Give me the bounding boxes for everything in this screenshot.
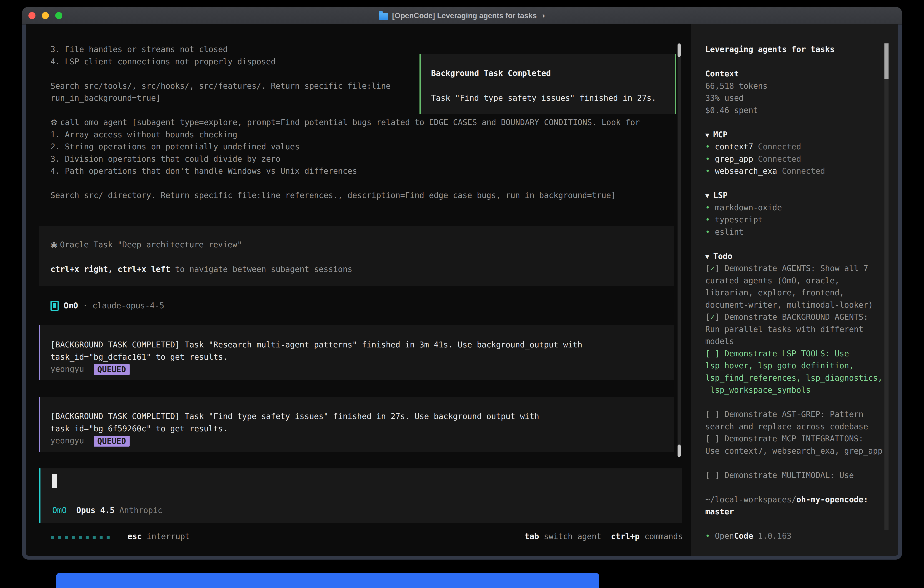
- sidebar-line: [✓] Demonstrate BACKGROUND AGENTS:: [705, 311, 884, 323]
- text-segment: Open: [715, 531, 734, 540]
- sidebar-line: [ ] Demonstrate MULTIMODAL: Use: [705, 469, 884, 482]
- text-segment: eslint: [715, 227, 744, 236]
- text-segment: markdown-oxide: [715, 203, 782, 212]
- window-title-text: [OpenCode] Leveraging agents for tasks: [392, 12, 536, 20]
- text-segment: 1.0.163: [753, 531, 792, 540]
- status-right: tab switch agent ctrl+p commands: [525, 530, 683, 543]
- text-segment: ]: [715, 264, 724, 273]
- sidebar-line: Use context7, websearch_exa, grep_app: [705, 445, 884, 457]
- status-bar: ▪▪▪▪▪▪▪▪▪ esc interrupt tab switch agent…: [51, 530, 683, 543]
- sidebar-line: [705, 481, 884, 494]
- text-segment: ✓: [710, 264, 715, 273]
- message-line: [BACKGROUND TASK COMPLETED] Task "Find t…: [51, 410, 674, 423]
- sidebar-line: 33% used: [705, 92, 884, 104]
- sidebar-line: • eslint: [705, 226, 884, 238]
- terminal-main-pane[interactable]: 3. File handles or streams not closed4. …: [26, 24, 691, 556]
- text-segment: [ ] Demonstrate MULTIMODAL: Use: [705, 471, 854, 480]
- text-segment: •: [705, 227, 715, 236]
- text-segment: Use context7, websearch_exa, grep_app: [705, 446, 883, 456]
- text-segment: Connected: [753, 154, 801, 164]
- sidebar-scrollbar[interactable]: [884, 43, 889, 530]
- text-segment: [ ] Demonstrate AST-GREP: Pattern: [705, 410, 863, 419]
- text-segment: context7: [715, 142, 753, 151]
- text-segment: document-writer, multimodal-looker): [705, 301, 873, 309]
- text-segment: •: [705, 167, 715, 175]
- sidebar-line: [✓] Demonstrate AGENTS: Show all 7: [705, 263, 884, 275]
- toast-title: Background Task Completed: [431, 67, 675, 79]
- sidebar-line: • typescript: [705, 214, 884, 226]
- message-line: yeongyu QUEUED: [51, 435, 674, 447]
- text-segment: [: [705, 264, 710, 273]
- text-segment: ▼: [705, 192, 713, 200]
- omo-agent-icon: [51, 301, 59, 311]
- text-segment: curated agents (OmO, oracle,: [705, 276, 840, 285]
- sidebar-line: ▼ LSP: [705, 189, 884, 202]
- terminal-line: [51, 177, 677, 190]
- text-segment: esc: [127, 532, 142, 541]
- session-busy-icon: ◑: [541, 12, 545, 20]
- sidebar-line: • markdown-oxide: [705, 202, 884, 214]
- text-segment: [67, 506, 76, 515]
- model-indicator: OmO Opus 4.5 Anthropic: [52, 504, 163, 517]
- text-segment: Anthropic: [119, 506, 163, 515]
- text-segment: •: [705, 154, 715, 164]
- terminal-line: ⚙ call_omo_agent [subagent_type=explore,…: [51, 116, 677, 129]
- text-segment: [ ] Demonstrate LSP TOOLS: Use: [705, 349, 849, 358]
- agent-name: OmO: [64, 300, 78, 312]
- sidebar-line: document-writer, multimodal-looker): [705, 299, 884, 311]
- text-segment: Demonstrate AGENTS: Show all 7: [724, 264, 868, 273]
- sidebar-line: [ ] Demonstrate AST-GREP: Pattern: [705, 408, 884, 421]
- text-segment: interrupt: [142, 532, 190, 541]
- desktop: [OpenCode] Leveraging agents for tasks ◑…: [0, 0, 924, 588]
- sidebar-line: master: [705, 506, 884, 518]
- text-segment: ▼: [705, 131, 713, 139]
- main-scrollbar[interactable]: [678, 43, 681, 457]
- text-segment: task_id="bg_dcfac161" to get results.: [51, 352, 228, 362]
- sidebar-line: • context7 Connected: [705, 141, 884, 153]
- sidebar-line: models: [705, 335, 884, 348]
- text-segment: Run parallel tasks with different: [705, 325, 863, 334]
- text-segment: Connected: [753, 142, 801, 151]
- background-task-message-2: [BACKGROUND TASK COMPLETED] Task "Find t…: [39, 397, 674, 452]
- session-sidebar: Leveraging agents for tasks Context66,51…: [691, 24, 898, 556]
- terminal-line: Search src/ directory. Return specific f…: [51, 189, 677, 202]
- text-segment: websearch_exa: [715, 167, 777, 175]
- text-segment: [: [705, 312, 710, 322]
- main-scrollbar-thumb-bottom[interactable]: [678, 444, 681, 457]
- text-segment: ⚙: [51, 118, 60, 127]
- text-segment: ctrl+p: [611, 532, 640, 541]
- message-lines: [BACKGROUND TASK COMPLETED] Task "Resear…: [51, 339, 674, 375]
- text-segment: Oracle Task "Deep architecture review": [60, 240, 242, 249]
- background-window-strip[interactable]: [56, 573, 599, 588]
- window-content: 3. File handles or streams not closed4. …: [26, 24, 898, 556]
- text-segment: Leveraging agents for tasks: [705, 45, 835, 54]
- text-segment: yeongyu: [51, 436, 84, 445]
- text-segment: to navigate between subagent sessions: [170, 265, 352, 274]
- sidebar-line: lsp_workspace_symbols: [705, 384, 884, 396]
- message-line: yeongyu QUEUED: [51, 363, 674, 375]
- folder-icon: [379, 13, 388, 20]
- sidebar-line: ▼ MCP: [705, 129, 884, 141]
- sidebar-scrollbar-thumb[interactable]: [884, 43, 889, 79]
- text-segment: grep_app: [715, 154, 753, 164]
- message-line: [BACKGROUND TASK COMPLETED] Task "Resear…: [51, 339, 674, 351]
- sidebar-line: [ ] Demonstrate MCP INTEGRATIONS:: [705, 433, 884, 445]
- oracle-task-title: ◉ Oracle Task "Deep architecture review": [51, 239, 242, 251]
- text-segment: yeongyu: [51, 365, 84, 373]
- prompt-input[interactable]: OmO Opus 4.5 Anthropic: [39, 468, 682, 523]
- sidebar-line: [705, 116, 884, 129]
- text-segment: 1. Array access without bounds checking: [51, 130, 238, 139]
- main-scrollbar-thumb-top[interactable]: [678, 43, 681, 57]
- text-segment: $0.46 spent: [705, 106, 758, 115]
- message-line: task_id="bg_6f59260c" to get results.: [51, 423, 674, 435]
- terminal-line: 2. String operations on potentially unde…: [51, 141, 677, 153]
- text-segment: run_in_background=true]: [51, 93, 161, 102]
- text-segment: task_id="bg_6f59260c" to get results.: [51, 424, 228, 433]
- titlebar[interactable]: [OpenCode] Leveraging agents for tasks ◑: [22, 7, 902, 25]
- text-segment: 3. File handles or streams not closed: [51, 45, 228, 54]
- text-segment: [113, 532, 127, 541]
- text-cursor: [52, 474, 57, 488]
- status-badge: QUEUED: [94, 436, 130, 447]
- text-segment: 33% used: [705, 93, 744, 102]
- text-segment: [84, 365, 94, 373]
